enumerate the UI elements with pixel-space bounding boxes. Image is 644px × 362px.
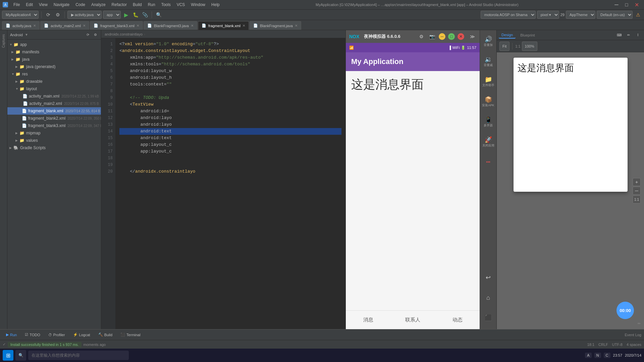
phone-btn-msg[interactable]: 消息 <box>346 311 390 329</box>
tab-close-6[interactable]: ✕ <box>295 24 298 27</box>
code-editor[interactable]: 12345 678910 1112131415 1617181920 <?xml… <box>101 38 345 329</box>
sidebar-dropdown-icon[interactable]: ▼ <box>25 33 28 37</box>
run-tool-btn[interactable]: ▶ Run <box>3 331 20 339</box>
right-tab-design[interactable]: Design <box>499 32 516 39</box>
device-dropdown[interactable]: motorola AOSP on Shama <box>481 11 536 19</box>
menu-code[interactable]: Code <box>73 1 88 8</box>
module-dropdown[interactable]: app <box>103 11 121 19</box>
menu-build[interactable]: Build <box>130 1 145 8</box>
tab-fragment-blank-xml[interactable]: 📄 fragment_blank.xml ✕ <box>198 21 249 30</box>
menu-vcs[interactable]: VCS <box>174 1 188 8</box>
tree-item-mipmap[interactable]: ▶ 📁 mipmap <box>7 129 101 137</box>
terminal-tool-btn[interactable]: ⬛ Terminal <box>117 331 144 339</box>
tab-blank-fragment-java[interactable]: 📄 BlankFragment.java ✕ <box>250 21 301 30</box>
cursor-btn[interactable]: I <box>634 31 642 39</box>
run-btn[interactable]: ▶ <box>122 11 130 19</box>
phone-btn-moments[interactable]: 动态 <box>435 311 480 329</box>
tree-item-java[interactable]: ▶ 📁 java <box>7 56 101 63</box>
tab-activity-java[interactable]: 📄 activity.java ✕ <box>2 21 40 30</box>
api-dropdown[interactable]: pixel ▾ <box>537 11 559 19</box>
build-tool-btn[interactable]: 🔨 Build <box>95 331 116 339</box>
tab-close-1[interactable]: ✕ <box>33 24 36 27</box>
warning-btn[interactable]: ⚠ <box>634 11 642 19</box>
menu-tools[interactable]: Tools <box>159 1 173 8</box>
zoom-fit-btn[interactable]: Fit <box>499 42 509 51</box>
search-taskbar-btn[interactable]: 🔍 <box>15 350 26 361</box>
zoom-reset-btn[interactable]: 1:1 <box>633 195 641 203</box>
tree-item-app[interactable]: ▼ 📁 app <box>7 41 101 48</box>
menu-analyze[interactable]: Analyze <box>89 1 108 8</box>
menu-run[interactable]: Run <box>145 1 158 8</box>
settings-btn[interactable]: ⚙ <box>54 11 62 19</box>
tree-item-activity-main2[interactable]: ▶ 📄 activity_main2.xml 2020/7/14 22:09, … <box>7 100 101 107</box>
tree-item-res[interactable]: ▼ 📁 res <box>7 70 101 78</box>
em-restore-btn[interactable]: □ <box>448 33 455 40</box>
em-side-multi[interactable]: 📱 多开器 <box>481 113 495 131</box>
em-side-file[interactable]: 📁 文件助手 <box>481 72 495 91</box>
em-side-recents[interactable]: ⬛ <box>481 308 495 327</box>
menu-file[interactable]: File <box>11 1 22 8</box>
em-side-home[interactable]: ⌂ <box>481 288 495 307</box>
profiler-tool-btn[interactable]: ⏱ Profiler <box>45 331 68 339</box>
em-side-back[interactable]: ↩ <box>481 268 495 287</box>
todo-tool-btn[interactable]: ☑ TODO <box>21 331 44 339</box>
run-config-dropdown[interactable]: ▶ activity.java <box>67 11 102 19</box>
vert-tab-captures[interactable]: Captures <box>1 32 6 51</box>
tab-close-2[interactable]: ✕ <box>83 24 86 27</box>
menu-view[interactable]: View <box>36 1 50 8</box>
tree-item-java-generated[interactable]: ▶ 📁 java (generated) <box>7 63 101 70</box>
tree-item-activity-main[interactable]: ▶ 📄 activity_main.xml 2020/7/14 22:25, 1… <box>7 93 101 100</box>
taskbar-app-android[interactable]: A <box>585 353 591 358</box>
menu-edit[interactable]: Edit <box>23 1 36 8</box>
pencil-btn[interactable]: ✏ <box>625 31 633 39</box>
tree-item-fragment-blank[interactable]: ▶ 📄 fragment_blank.xml 2020/7/14 22:55, … <box>7 107 101 115</box>
preview-timer[interactable]: 00:00 <box>616 302 634 319</box>
menu-refactor[interactable]: Refactor <box>109 1 129 8</box>
start-btn[interactable]: ⊞ <box>3 350 13 361</box>
tree-item-layout[interactable]: ▼ 📁 layout <box>7 85 101 93</box>
project-dropdown[interactable]: MyApplication4 <box>2 11 39 19</box>
theme-dropdown[interactable]: AppTheme <box>566 11 595 19</box>
window-minimize[interactable]: ─ <box>612 0 621 9</box>
menu-navigate[interactable]: Navigate <box>51 1 72 8</box>
zoom-in-btn[interactable]: + <box>633 178 641 186</box>
sidebar-sync-btn[interactable]: ⟳ <box>85 32 91 38</box>
window-close[interactable]: ✕ <box>632 0 641 9</box>
keyboard-btn[interactable]: ⌨ <box>615 31 623 39</box>
tree-item-values[interactable]: ▶ 📁 values <box>7 137 101 144</box>
debug-btn[interactable]: 🐛 <box>131 11 140 19</box>
tab-close-4[interactable]: ✕ <box>191 24 194 27</box>
taskbar-app-nox[interactable]: N <box>594 353 601 358</box>
tab-close-3[interactable]: ✕ <box>137 24 139 27</box>
tree-item-gradle[interactable]: ▶ 🐘 Gradle Scripts <box>7 144 101 152</box>
search-btn[interactable]: 🔍 <box>155 11 163 19</box>
code-text[interactable]: <?xml version="1.0" encoding="utf-8"?> <… <box>115 38 345 329</box>
locale-dropdown[interactable]: Default (en-us) <box>597 11 633 19</box>
em-settings[interactable]: ⚙ <box>417 33 425 41</box>
tree-item-manifests[interactable]: ▶ 📁 manifests <box>7 48 101 56</box>
attach-btn[interactable]: 📎 <box>141 11 149 19</box>
zoom-level-btn[interactable]: 100% <box>522 42 537 51</box>
tree-item-fragment-blank2[interactable]: ▶ 📄 fragment_blank2.xml 2020/7/14 22:09,… <box>7 115 101 122</box>
em-side-close-app[interactable]: 🚀 关闭应用 <box>481 133 495 152</box>
sync-btn[interactable]: ⟳ <box>44 11 52 19</box>
logcat-tool-btn[interactable]: ⚡ Logcat <box>70 331 94 339</box>
taskbar-search-input[interactable] <box>28 351 129 360</box>
em-expand-btn[interactable]: ≫ <box>468 33 476 41</box>
window-restore[interactable]: □ <box>622 0 631 9</box>
tree-item-drawable[interactable]: ▶ 📁 drawable <box>7 78 101 85</box>
zoom-out-btn[interactable]: ─ <box>633 187 641 195</box>
tab-fragment-blank3-xml[interactable]: 📄 fragment_blank3.xml ✕ <box>90 21 143 30</box>
tab-close-5[interactable]: ✕ <box>243 24 245 27</box>
menu-window[interactable]: Window <box>188 1 208 8</box>
em-side-apk[interactable]: 📦 安装APK <box>481 93 495 111</box>
em-side-more[interactable]: ••• <box>481 153 495 172</box>
em-side-volume-up[interactable]: 🔊 音量加 <box>481 32 495 51</box>
sidebar-settings-btn[interactable]: ⚙ <box>92 32 98 38</box>
taskbar-app-chrome[interactable]: C <box>604 353 610 358</box>
menu-help[interactable]: Help <box>209 1 222 8</box>
em-close-btn[interactable]: ✕ <box>458 33 464 40</box>
em-minimize-btn[interactable]: ─ <box>439 33 445 40</box>
em-screenshot[interactable]: 📷 <box>428 33 436 41</box>
phone-btn-contacts[interactable]: 联系人 <box>390 311 435 329</box>
